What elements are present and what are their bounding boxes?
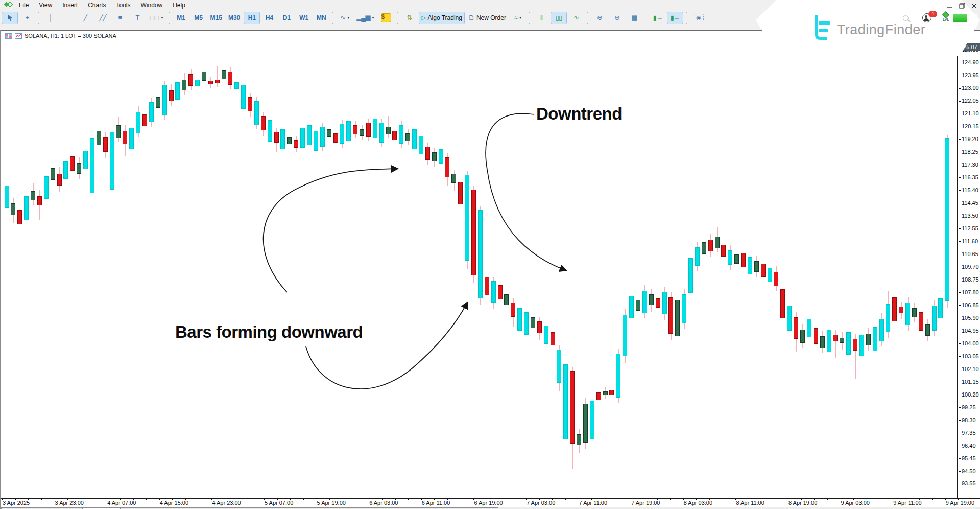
price-bar	[156, 97, 160, 108]
menu-help[interactable]: Help	[168, 1, 190, 10]
price-bar	[294, 140, 298, 148]
price-bar	[386, 127, 391, 134]
price-bar	[938, 298, 943, 318]
price-bar	[405, 133, 410, 141]
text-tool-icon[interactable]: T	[129, 12, 146, 24]
timeframe-m30-button[interactable]: M30	[226, 12, 243, 24]
tradingfinder-logo-icon	[810, 15, 832, 41]
currency-icon[interactable]: $	[378, 12, 394, 24]
price-tick: 118.25	[959, 149, 978, 155]
algo-trading-icon[interactable]: ▷Algo Trading	[419, 12, 465, 24]
indicators-icon[interactable]: ▂▄▆▾	[354, 12, 376, 24]
shift-end-left-icon[interactable]: ▮←	[667, 12, 683, 24]
cursor-tool-icon[interactable]	[2, 12, 18, 24]
menu-insert[interactable]: Insert	[58, 1, 82, 10]
menu-charts[interactable]: Charts	[83, 1, 110, 10]
price-bar	[169, 90, 174, 101]
fibonacci-tool-icon[interactable]: ≡	[112, 12, 128, 24]
time-axis[interactable]: 3 Apr 20253 Apr 23:004 Apr 07:004 Apr 15…	[1, 498, 980, 507]
menu-window[interactable]: Window	[136, 1, 168, 10]
price-bar	[44, 176, 49, 199]
crosshair-tool-icon[interactable]: ⌖	[19, 12, 35, 24]
bars-style-icon[interactable]: ‖	[533, 12, 549, 24]
timeframe-mn-button[interactable]: MN	[313, 12, 329, 24]
channel-tool-icon[interactable]: ╱╱	[94, 12, 111, 24]
time-tick-label: 4 Apr 07:00	[107, 500, 136, 506]
price-bar	[320, 127, 325, 147]
price-axis[interactable]: 125.85124.90123.95123.00122.05121.10120.…	[957, 31, 980, 498]
price-bar	[399, 125, 403, 144]
timeframe-m1-button[interactable]: M1	[173, 12, 189, 24]
timeframe-h4-button[interactable]: H4	[261, 12, 277, 24]
price-bar	[471, 190, 476, 275]
price-bar	[90, 138, 94, 193]
chart-type-icon[interactable]: ∿▾	[337, 12, 353, 24]
price-bar	[241, 85, 246, 109]
time-tick-label: 6 Apr 11:00	[422, 500, 450, 506]
minimize-button[interactable]	[946, 2, 953, 9]
price-tick: 113.50	[959, 213, 978, 219]
indicator-wave-icon[interactable]: ≈▾	[510, 12, 526, 24]
price-bar	[616, 354, 620, 398]
notification-badge[interactable]: 1	[928, 11, 937, 17]
price-bar	[63, 161, 68, 179]
zoom-out-icon[interactable]: ⊖	[609, 12, 625, 24]
trendline-tool-icon[interactable]: ╱	[77, 12, 93, 24]
toolbar-separator	[686, 12, 687, 24]
price-bar	[682, 294, 686, 323]
shift-end-right-icon[interactable]: ▮→	[650, 12, 666, 24]
price-bar	[57, 174, 62, 186]
menu-file[interactable]: File	[14, 1, 33, 10]
price-tick: 115.40	[959, 187, 978, 193]
menu-tools[interactable]: Tools	[112, 1, 135, 10]
buy-sell-arrows-icon[interactable]: ⇅	[401, 12, 418, 24]
bottom-tab-strip[interactable]	[1, 507, 980, 509]
price-bar	[254, 101, 259, 125]
price-bar	[491, 281, 496, 303]
menu-view[interactable]: View	[34, 1, 57, 10]
timeframe-h1-button[interactable]: H1	[244, 12, 260, 24]
tile-windows-icon[interactable]: ▦	[626, 12, 642, 24]
price-bar	[162, 85, 167, 115]
price-tick: 114.45	[959, 200, 978, 206]
price-bar	[110, 132, 114, 190]
price-bar	[300, 128, 305, 148]
price-tick: 121.10	[959, 110, 979, 117]
horizontal-line-tool-icon[interactable]: —	[60, 12, 76, 24]
zoom-in-icon[interactable]: ⊕	[591, 12, 608, 24]
timeframe-m5-button[interactable]: M5	[190, 12, 207, 24]
price-bar	[524, 312, 529, 335]
price-tick: 110.65	[959, 251, 978, 257]
time-tick-label: 8 Apr 03:00	[684, 500, 712, 506]
price-bar	[557, 350, 561, 383]
toolbar-separator	[397, 12, 398, 24]
vertical-line-tool-icon[interactable]: │	[42, 12, 59, 24]
time-tick-label: 8 Apr 19:00	[788, 500, 817, 506]
time-tick-label: 5 Apr 19:00	[317, 500, 346, 506]
price-bar	[668, 297, 673, 334]
metatrader-window: FileViewInsertChartsToolsWindowHelp ⌖│—╱…	[0, 0, 980, 509]
tradingfinder-brand-text: TradingFinder	[837, 22, 926, 38]
price-bar	[215, 80, 220, 83]
chart-pane[interactable]: Bars forming downward Downtrend SOLANA, …	[1, 31, 957, 498]
price-bar	[675, 300, 680, 336]
price-bar	[833, 335, 838, 341]
timeframe-d1-button[interactable]: D1	[278, 12, 295, 24]
price-bar	[879, 319, 884, 341]
time-tick-label: 9 Apr 19:00	[946, 500, 974, 506]
search-icon[interactable]	[903, 15, 909, 21]
price-bar	[346, 121, 351, 141]
restore-button[interactable]	[958, 2, 966, 9]
close-button[interactable]	[970, 2, 978, 9]
candles-style-icon[interactable]: ▯▯	[551, 12, 567, 24]
candlestick-series	[1, 31, 957, 498]
price-bar	[280, 129, 285, 149]
shapes-tool-icon[interactable]: ◻◻▾	[147, 12, 166, 24]
line-style-icon[interactable]: ∿	[568, 12, 584, 24]
price-tick: 122.05	[959, 98, 979, 104]
level-icon[interactable]: LVL	[943, 12, 949, 21]
timeframe-m15-button[interactable]: M15	[208, 12, 225, 24]
camera-icon[interactable]: ◉	[690, 12, 707, 24]
timeframe-w1-button[interactable]: W1	[296, 12, 312, 24]
new-order-icon[interactable]: 🗋New Order	[466, 12, 509, 24]
